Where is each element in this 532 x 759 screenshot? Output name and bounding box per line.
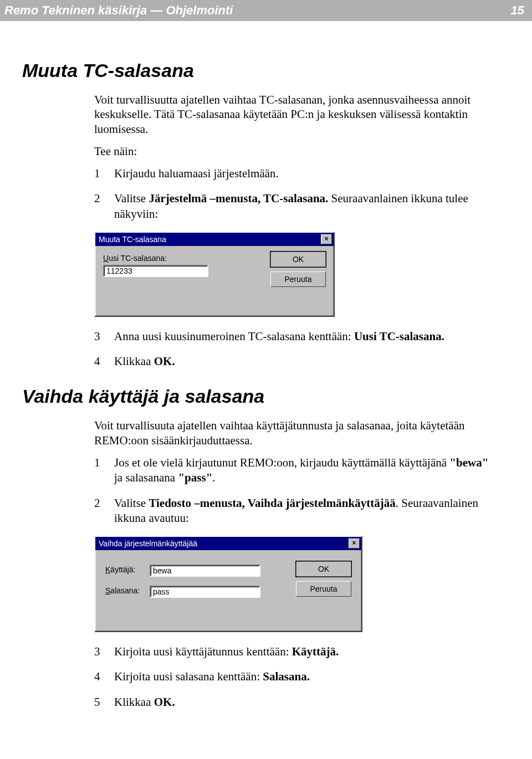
step-number: 1 [94, 455, 114, 486]
close-button[interactable]: × [349, 539, 360, 548]
section-title-muuta: Muuta TC-salasana [22, 60, 493, 81]
dialog-muuta-tc-salasana: Muuta TC-salasana × Uusi TC-salasana: OK… [94, 232, 335, 317]
section2-steps-cont: 3 Kirjoita uusi käyttäjätunnus kenttään:… [94, 644, 493, 710]
step-4: 4 Kirjoita uusi salasana kenttään: Salas… [94, 669, 493, 684]
step-number: 1 [94, 166, 114, 181]
section2-steps: 1 Jos et ole vielä kirjautunut REMO:oon,… [94, 455, 493, 526]
step-text: Kirjoita uusi salasana kenttään: Salasan… [114, 669, 493, 684]
dialog-body: Käyttäjä: Salasana: OK Peruuta [95, 550, 361, 571]
step-5: 5 Klikkaa OK. [94, 695, 493, 710]
section1-content: Voit turvallisuutta ajatellen vaihtaa TC… [94, 93, 493, 369]
step-text: Valitse Tiedosto –menusta, Vaihda järjes… [114, 496, 493, 526]
step-1: 1 Kirjaudu haluamaasi järjestelmään. [94, 166, 493, 181]
dialog-title: Muuta TC-salasana [99, 235, 166, 244]
cancel-button[interactable]: Peruuta [296, 581, 351, 597]
step-text: Kirjaudu haluamaasi järjestelmään. [114, 166, 493, 181]
dialog-body: Uusi TC-salasana: OK Peruuta [95, 246, 334, 259]
section-title-vaihda: Vaihda käyttäjä ja salasana [22, 386, 493, 407]
step-1: 1 Jos et ole vielä kirjautunut REMO:oon,… [94, 455, 493, 486]
step-text: Klikkaa OK. [114, 354, 493, 369]
step-number: 3 [94, 644, 114, 659]
field-label-salasana: Salasana: [105, 586, 150, 595]
input-kayttaja[interactable] [150, 565, 260, 577]
ok-button[interactable]: OK [296, 561, 351, 577]
step-2: 2 Valitse Järjestelmä –menusta, TC-salas… [94, 191, 493, 222]
step-3: 3 Anna uusi kuusinumeroinen TC-salasana … [94, 329, 493, 344]
cancel-button[interactable]: Peruuta [270, 271, 326, 287]
ok-button[interactable]: OK [270, 252, 326, 267]
input-uusi-tc-salasana[interactable] [103, 265, 208, 277]
step-2: 2 Valitse Tiedosto –menusta, Vaihda järj… [94, 496, 493, 526]
header-title: Remo Tekninen käsikirja — Ohjelmointi [4, 3, 233, 18]
step-text: Anna uusi kuusinumeroinen TC-salasana ke… [114, 329, 493, 344]
step-text: Valitse Järjestelmä –menusta, TC-salasan… [114, 191, 493, 222]
step-number: 4 [94, 354, 114, 369]
dialog-title: Vaihda järjestelmänkäyttäjää [99, 539, 197, 548]
close-button[interactable]: × [321, 234, 332, 244]
section1-intro: Voit turvallisuutta ajatellen vaihtaa TC… [94, 93, 493, 136]
step-text: Jos et ole vielä kirjautunut REMO:oon, k… [114, 455, 493, 486]
step-number: 4 [94, 669, 114, 684]
step-number: 3 [94, 329, 114, 344]
close-icon: × [352, 539, 356, 547]
field-label-kayttaja: Käyttäjä: [105, 565, 150, 574]
section1-lead: Tee näin: [94, 144, 493, 158]
close-icon: × [324, 235, 328, 243]
page-number: 15 [511, 3, 524, 18]
section1-steps: 1 Kirjaudu haluamaasi järjestelmään. 2 V… [94, 166, 493, 222]
page-header: Remo Tekninen käsikirja — Ohjelmointi 15 [0, 0, 532, 21]
section1-steps-cont: 3 Anna uusi kuusinumeroinen TC-salasana … [94, 329, 493, 370]
step-number: 2 [94, 496, 114, 526]
step-number: 2 [94, 191, 114, 222]
step-3: 3 Kirjoita uusi käyttäjätunnus kenttään:… [94, 644, 493, 659]
step-number: 5 [94, 695, 114, 710]
section2-content: Voit turvallisuuta ajatellen vaihtaa käy… [94, 418, 493, 710]
dialog-vaihda-kayttajaa: Vaihda järjestelmänkäyttäjää × Käyttäjä:… [94, 536, 362, 632]
input-salasana[interactable] [150, 586, 260, 598]
section2-intro: Voit turvallisuuta ajatellen vaihtaa käy… [94, 418, 493, 448]
dialog-titlebar[interactable]: Muuta TC-salasana × [95, 233, 334, 246]
step-4: 4 Klikkaa OK. [94, 354, 493, 369]
page-body: Muuta TC-salasana Voit turvallisuutta aj… [0, 21, 532, 736]
step-text: Klikkaa OK. [114, 695, 493, 710]
step-text: Kirjoita uusi käyttäjätunnus kenttään: K… [114, 644, 493, 659]
dialog-titlebar[interactable]: Vaihda järjestelmänkäyttäjää × [95, 537, 361, 550]
field-label-uusi-tc: Uusi TC-salasana: [103, 254, 214, 263]
